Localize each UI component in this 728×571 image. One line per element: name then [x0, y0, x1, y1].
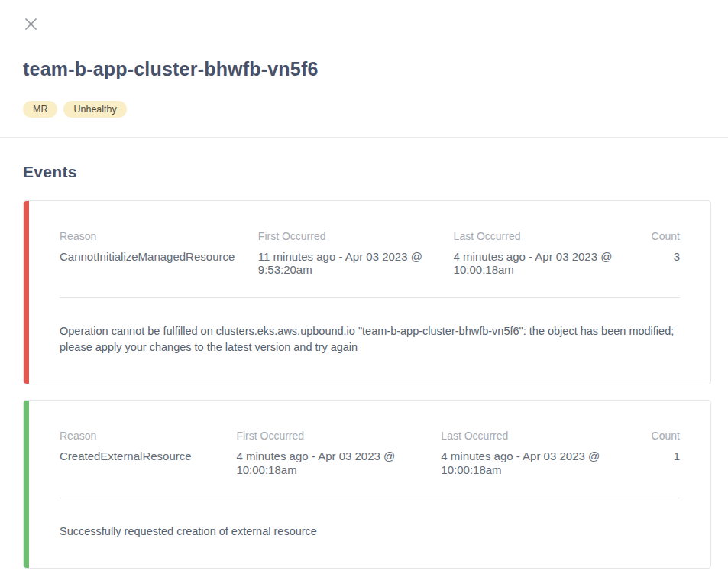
page-title: team-b-app-cluster-bhwfb-vn5f6	[23, 58, 705, 80]
column-header-reason: Reason	[60, 430, 236, 443]
close-icon	[24, 18, 37, 31]
kind-badge: MR	[23, 101, 57, 118]
event-card-error: Reason First Occurred Last Occurred Coun…	[23, 200, 711, 384]
event-last-occurred: 4 minutes ago - Apr 03 2023 @ 10:00:18am	[441, 449, 642, 476]
event-first-occurred: 11 minutes ago - Apr 03 2023 @ 9:53:20am	[258, 250, 454, 277]
event-count: 3	[642, 250, 680, 277]
column-header-count: Count	[642, 430, 680, 443]
event-last-occurred: 4 minutes ago - Apr 03 2023 @ 10:00:18am	[454, 250, 643, 277]
event-count: 1	[642, 449, 680, 476]
column-header-count: Count	[642, 230, 680, 243]
status-bar-success	[24, 401, 29, 568]
card-divider	[60, 297, 680, 298]
event-message: Successfully requested creation of exter…	[60, 524, 680, 540]
event-table: Reason First Occurred Last Occurred Coun…	[60, 230, 680, 277]
column-header-reason: Reason	[60, 230, 258, 243]
event-reason: CreatedExternalResource	[60, 449, 236, 476]
event-table: Reason First Occurred Last Occurred Coun…	[60, 430, 680, 476]
event-card-success: Reason First Occurred Last Occurred Coun…	[23, 400, 711, 569]
column-header-last-occurred: Last Occurred	[441, 430, 642, 443]
column-header-first-occurred: First Occurred	[236, 430, 441, 443]
events-heading: Events	[23, 163, 711, 181]
card-divider	[60, 498, 680, 498]
events-section: Events Reason First Occurred Last Occurr…	[0, 138, 728, 569]
column-header-last-occurred: Last Occurred	[454, 230, 643, 243]
status-bar-error	[24, 201, 29, 384]
event-reason: CannotInitializeManagedResource	[60, 250, 258, 277]
health-status-badge: Unhealthy	[63, 101, 126, 118]
detail-panel-header: team-b-app-cluster-bhwfb-vn5f6 MR Unheal…	[0, 0, 728, 118]
column-header-first-occurred: First Occurred	[258, 230, 454, 243]
event-first-occurred: 4 minutes ago - Apr 03 2023 @ 10:00:18am	[236, 449, 441, 476]
event-message: Operation cannot be fulfilled on cluster…	[60, 323, 680, 355]
badge-row: MR Unhealthy	[23, 101, 705, 118]
close-button[interactable]	[23, 16, 38, 31]
